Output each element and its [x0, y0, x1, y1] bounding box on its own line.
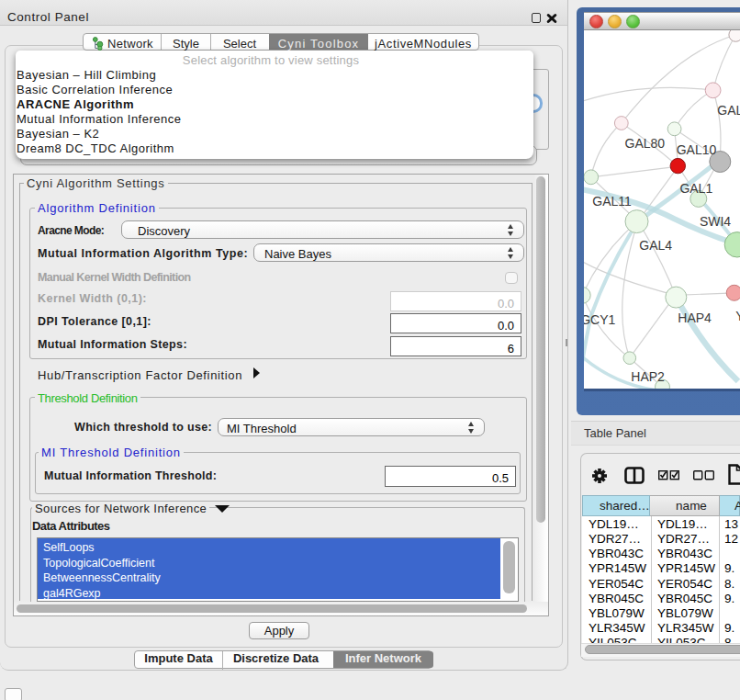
- svg-text:GAL11: GAL11: [592, 194, 632, 209]
- svg-text:Y: Y: [735, 309, 740, 323]
- svg-text:GAL4: GAL4: [639, 238, 672, 253]
- svg-text:SWI4: SWI4: [700, 214, 731, 229]
- svg-text:HAP2: HAP2: [631, 369, 665, 384]
- svg-text:GCY1: GCY1: [584, 312, 616, 327]
- svg-text:HAP4: HAP4: [678, 310, 712, 325]
- svg-text:GAL7: GAL7: [717, 103, 740, 118]
- svg-text:GAL10: GAL10: [677, 142, 717, 157]
- svg-text:GAL80: GAL80: [625, 136, 666, 151]
- svg-text:GAL1: GAL1: [679, 181, 712, 196]
